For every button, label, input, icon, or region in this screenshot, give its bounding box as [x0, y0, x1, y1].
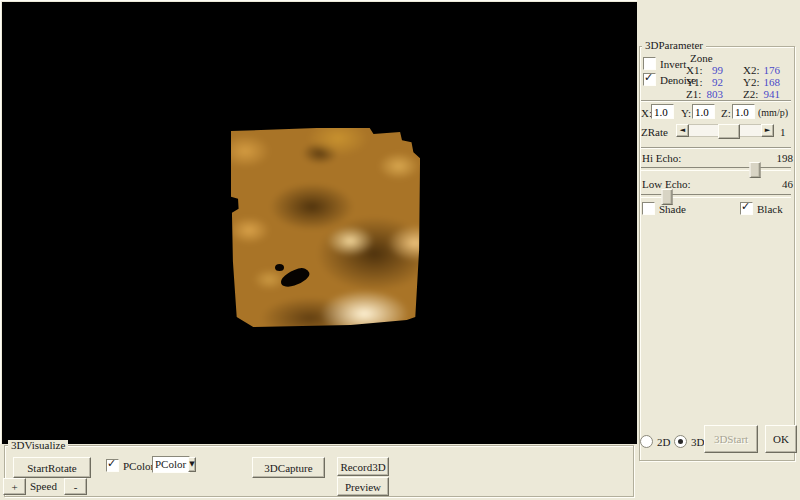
separator [641, 147, 791, 149]
start-rotate-button[interactable]: StartRotate [13, 457, 91, 478]
checkbox-icon [643, 73, 656, 86]
pcolor-checkbox-label: PColor [123, 460, 154, 472]
parameter-group-label: 3DParameter [642, 40, 706, 51]
visualize-panel: 3DVisualize StartRotate + Speed - PColor… [0, 444, 637, 500]
hi-echo-slider-thumb[interactable] [750, 162, 761, 178]
hi-echo-value: 198 [763, 152, 793, 164]
y-scale-input[interactable] [692, 104, 715, 119]
shade-checkbox[interactable]: Shade [642, 202, 686, 215]
checkbox-icon [643, 57, 656, 70]
hi-echo-slider[interactable] [641, 167, 791, 171]
zone-label: Zone [690, 52, 713, 64]
zrate-label: ZRate [641, 126, 668, 138]
preview-button[interactable]: Preview [337, 477, 389, 496]
z-scale-label: Z: [721, 107, 731, 119]
shade-label: Shade [659, 203, 686, 215]
zone-x2-value: 176 [758, 64, 780, 76]
black-checkbox[interactable]: Black [740, 202, 783, 215]
app-window: 3DParameter Invert Denoise Zone X1: 99 X… [0, 0, 800, 500]
scroll-left-arrow-icon[interactable]: ◄ [676, 124, 689, 137]
3d-viewport[interactable] [2, 2, 637, 444]
mode-2d-radio[interactable]: 2D [640, 435, 670, 448]
checkbox-icon [740, 202, 753, 215]
separator [641, 100, 791, 102]
zone-z2-value: 941 [758, 88, 780, 100]
3dstart-button[interactable]: 3DStart [704, 425, 758, 453]
invert-checkbox[interactable]: Invert [643, 57, 686, 70]
3dcapture-button[interactable]: 3DCapture [252, 457, 325, 478]
low-echo-slider[interactable] [641, 194, 791, 198]
scroll-right-arrow-icon[interactable]: ► [761, 124, 774, 137]
x-scale-input[interactable] [651, 104, 674, 119]
zone-z1-label: Z1: [686, 88, 701, 100]
zrate-value: 1 [780, 126, 786, 138]
pcolor-checkbox[interactable]: PColor [106, 459, 154, 472]
mode-3d-label: 3D [691, 436, 704, 448]
pcolor-select-value: PColor [153, 457, 188, 472]
mode-2d-label: 2D [657, 436, 670, 448]
invert-label: Invert [660, 58, 686, 70]
zrate-thumb[interactable] [718, 124, 740, 139]
mode-3d-radio[interactable]: 3D [674, 435, 704, 448]
zrate-scrollbar[interactable]: ◄ ► [676, 124, 774, 137]
zone-y1-value: 92 [701, 76, 723, 88]
parameter-panel: 3DParameter Invert Denoise Zone X1: 99 X… [637, 0, 800, 500]
speed-plus-button[interactable]: + [3, 478, 26, 495]
speed-label: Speed [30, 480, 57, 492]
checkbox-icon [106, 459, 119, 472]
ok-button[interactable]: OK [765, 425, 797, 453]
black-label: Black [757, 203, 783, 215]
zone-y2-value: 168 [758, 76, 780, 88]
record3d-button[interactable]: Record3D [337, 457, 389, 476]
radio-icon [640, 435, 653, 448]
zone-z2-label: Z2: [743, 88, 758, 100]
zone-x1-value: 99 [701, 64, 723, 76]
z-scale-input[interactable] [732, 104, 755, 119]
pcolor-select[interactable]: PColor ▼ [152, 456, 190, 473]
checkbox-icon [642, 202, 655, 215]
hi-echo-label: Hi Echo: [642, 152, 681, 164]
y-scale-label: Y: [681, 107, 691, 119]
render-texture [231, 125, 421, 327]
3d-render-image[interactable] [231, 125, 421, 327]
dropdown-arrow-icon[interactable]: ▼ [188, 457, 195, 472]
visualize-group-label: 3DVisualize [8, 440, 68, 451]
zrate-track[interactable] [689, 124, 761, 137]
low-echo-value: 46 [763, 178, 793, 190]
zone-z1-value: 803 [701, 88, 723, 100]
scale-unit-label: (mm/p) [758, 107, 788, 119]
radio-icon [674, 435, 687, 448]
speed-minus-button[interactable]: - [64, 478, 87, 495]
